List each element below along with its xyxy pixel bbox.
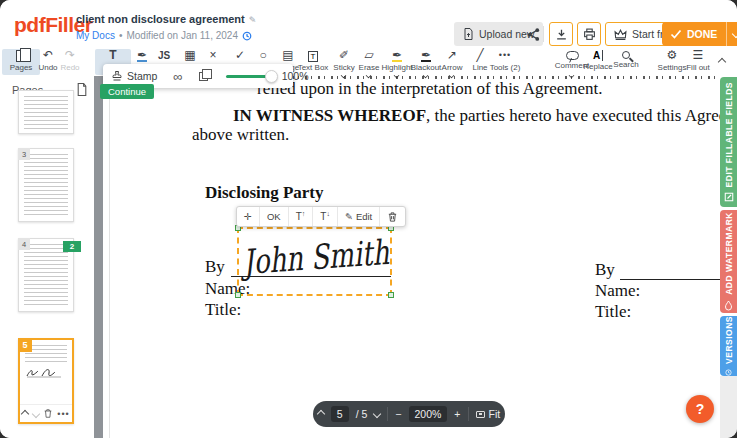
- next-page-icon[interactable]: [373, 410, 381, 418]
- trash-icon: [387, 211, 398, 223]
- done-dropdown-button[interactable]: [726, 22, 737, 46]
- page-thumbnail-2[interactable]: [18, 90, 74, 134]
- opacity-slider-group: 100%: [216, 64, 315, 88]
- fill-out-list-icon: ☰: [693, 49, 704, 62]
- blackout-pen-icon: ✒: [421, 49, 431, 62]
- ellipsis-icon: •••: [499, 49, 511, 62]
- zoom-out-button[interactable]: −: [395, 408, 401, 420]
- redo-icon: ↷: [65, 49, 75, 62]
- opacity-value: 100%: [282, 70, 309, 82]
- divider: [387, 407, 388, 421]
- clock-icon: [242, 31, 252, 41]
- link-button[interactable]: ∞: [165, 64, 190, 88]
- total-pages-label: / 5: [356, 408, 368, 420]
- above-written-text: above written.: [192, 125, 289, 145]
- new-page-icon[interactable]: [76, 83, 88, 96]
- font-size-up-button[interactable]: T↑: [289, 207, 314, 226]
- tool-search[interactable]: Search: [608, 49, 644, 75]
- trash-icon[interactable]: [43, 408, 53, 419]
- layers-icon: [199, 72, 208, 81]
- title-label-left: Title:: [205, 300, 241, 320]
- resize-handle[interactable]: [388, 292, 394, 298]
- breadcrumb-my-docs[interactable]: My Docs: [76, 30, 115, 41]
- print-button[interactable]: [577, 22, 601, 46]
- text-icon: T: [109, 49, 116, 62]
- tab-label: EDIT FILLABLE FIELDS: [724, 82, 734, 187]
- thumbnail-content: [24, 244, 68, 306]
- add-page-icon: [76, 83, 88, 96]
- document-canvas[interactable]: relied upon in the interpretation of thi…: [111, 76, 720, 438]
- signature-toolbar: ✛ OK T↑ T↓ ✎Edit: [236, 206, 406, 227]
- right-rail-background: [720, 376, 737, 438]
- crown-icon: [614, 29, 627, 40]
- search-icon: [622, 51, 630, 59]
- font-size-down-button[interactable]: T↓: [313, 207, 338, 226]
- tab-add-watermark[interactable]: ADD WATERMARK: [720, 210, 737, 313]
- tab-versions[interactable]: VERSIONS: [720, 316, 737, 376]
- upload-doc-icon: [463, 28, 474, 40]
- by-label-right: By: [595, 260, 615, 280]
- name-label-right: Name:: [595, 281, 640, 301]
- eraser-icon: ▱: [364, 49, 373, 62]
- highlighter-icon: ✒: [392, 49, 402, 62]
- arrow-icon: ↗: [447, 49, 457, 62]
- delete-signature-button[interactable]: [380, 207, 405, 226]
- continue-button[interactable]: Continue: [100, 84, 154, 99]
- tab-edit-fillable-fields[interactable]: EDIT FILLABLE FIELDS: [720, 77, 737, 207]
- share-button[interactable]: [522, 22, 544, 46]
- font-size-down-icon: T↓: [320, 210, 330, 222]
- thumbnail-content: [24, 154, 68, 216]
- ok-button[interactable]: OK: [260, 207, 289, 226]
- edit-signature-button[interactable]: ✎Edit: [338, 207, 380, 226]
- done-button[interactable]: DONE: [662, 22, 726, 46]
- pencil-icon: ✎: [345, 211, 353, 222]
- download-icon: [555, 28, 568, 41]
- fit-button[interactable]: Fit: [476, 408, 501, 420]
- download-button[interactable]: [549, 22, 573, 46]
- move-page-up-icon[interactable]: [21, 409, 29, 417]
- comment-bubble-icon: [566, 51, 579, 60]
- witness-bold-text: IN WITNESS WHEREOF: [233, 106, 426, 125]
- current-page-input[interactable]: 5: [331, 406, 349, 422]
- witness-rest-text: , the parties hereto have executed this …: [426, 106, 720, 125]
- tab-label: ADD WATERMARK: [724, 212, 734, 295]
- by-label-left: By: [205, 257, 225, 277]
- page-navigation-bar: 5 / 5 − 200% + Fit: [313, 401, 505, 427]
- document-title: client non disclosure agreement: [76, 13, 245, 25]
- resize-handle[interactable]: [235, 292, 241, 298]
- link-icon: ∞: [173, 69, 182, 84]
- page-actions-bar: •••: [20, 404, 72, 422]
- cross-icon: ×: [209, 49, 216, 62]
- previous-page-icon[interactable]: [317, 410, 325, 418]
- pages-panel: Pages 3 4 2 5 •••: [0, 76, 110, 438]
- signature-line-right: [620, 279, 720, 280]
- help-button[interactable]: ?: [686, 395, 714, 423]
- disclosing-party-heading: Disclosing Party: [205, 183, 324, 203]
- pages-icon: [16, 50, 26, 62]
- text-box-icon: T: [308, 51, 319, 62]
- edit-title-icon[interactable]: ✎: [249, 15, 257, 25]
- signature-selection-box[interactable]: [237, 227, 392, 296]
- check-icon: [670, 29, 682, 39]
- page-thumbnail-5-selected[interactable]: 5 •••: [18, 338, 74, 424]
- zoom-level-input[interactable]: 200%: [409, 406, 448, 422]
- header: pdfFiller client non disclosure agreemen…: [0, 0, 737, 48]
- opacity-slider[interactable]: [226, 75, 272, 78]
- versions-clock-icon: [724, 369, 733, 376]
- slider-handle[interactable]: [265, 70, 278, 83]
- page-thumbnail-4[interactable]: 4 2: [18, 238, 74, 312]
- zoom-in-button[interactable]: +: [454, 408, 460, 420]
- pages-panel-scrollbar[interactable]: [94, 76, 103, 438]
- modified-date: Modified on Jan 11, 2024: [126, 30, 238, 41]
- more-actions-icon[interactable]: •••: [57, 409, 69, 419]
- chevron-down-icon: [731, 30, 737, 38]
- tool-tools-menu[interactable]: •••Tools (2): [483, 49, 527, 75]
- fit-icon: [476, 411, 485, 418]
- page-thumbnail-3[interactable]: 3: [18, 148, 74, 222]
- layers-button[interactable]: [191, 64, 216, 88]
- move-button[interactable]: ✛: [237, 207, 260, 226]
- tool-redo[interactable]: ↷Redo: [52, 49, 88, 75]
- move-page-down-icon[interactable]: [31, 409, 39, 417]
- collapse-toolbar-button[interactable]: [712, 54, 732, 70]
- document-title-block: client non disclosure agreement✎ My Docs…: [76, 9, 256, 41]
